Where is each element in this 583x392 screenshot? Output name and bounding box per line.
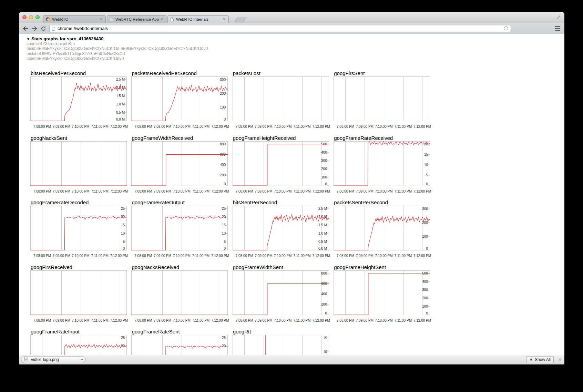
- x-axis-tick-label: 7:11:00 PM: [89, 319, 111, 322]
- x-axis-tick-label: 7:09:00 PM: [354, 254, 375, 258]
- x-axis-tick-label: 7:08:00 PM: [31, 254, 53, 258]
- tab-close-icon[interactable]: ×: [99, 17, 103, 21]
- window-titlebar[interactable]: WebRTC × WebRTC Reference App × WebRTC I…: [19, 12, 564, 23]
- x-axis-tick-label: 7:08:00 PM: [335, 125, 356, 128]
- chart-googFirsReceived: googFirsReceived7:08:00 PM7:09:00 PM7:10…: [30, 264, 131, 329]
- chart-title: googFrameRateSent: [132, 328, 232, 335]
- chart-title: googFirsReceived: [31, 264, 131, 270]
- y-axis-tick-label: 200: [422, 221, 428, 225]
- x-axis-tick-label: 7:09:00 PM: [253, 189, 274, 193]
- browser-toolbar: chrome://webrtc-internals: [19, 23, 564, 34]
- close-download-shelf-icon[interactable]: ✕: [558, 357, 562, 362]
- x-axis-tick-label: 7:12:00 PM: [108, 319, 130, 322]
- x-axis-tick-label: 7:08:00 PM: [234, 319, 255, 322]
- fullscreen-icon[interactable]: [556, 15, 561, 21]
- tab-close-icon[interactable]: ×: [160, 17, 164, 21]
- forward-button[interactable]: [31, 25, 38, 32]
- chart-googFrameHeightSent: googFrameHeightSent50040030020010007:08:…: [334, 264, 434, 329]
- x-axis-tick-label: 7:11:00 PM: [291, 189, 313, 193]
- collapse-arrow-icon[interactable]: ▼: [27, 37, 30, 41]
- chart-title: googFrameRateDecoded: [31, 199, 131, 206]
- minimize-window-icon[interactable]: [29, 15, 33, 19]
- y-axis-tick-label: 300: [321, 159, 327, 163]
- chrome-menu-icon[interactable]: [555, 26, 560, 31]
- y-axis-tick-label: 200: [321, 302, 327, 306]
- chart-plot: 3002001000: [131, 76, 228, 121]
- x-axis-tick-label: 7:11:00 PM: [291, 319, 313, 322]
- x-axis-tick-label: 7:10:00 PM: [171, 319, 192, 322]
- y-axis-tick-label: 300: [220, 78, 226, 82]
- chart-plot: 20151050: [334, 141, 430, 186]
- y-axis-tick-label: 200: [422, 296, 428, 300]
- chart-googFirsSent: googFirsSent7:08:00 PM7:09:00 PM7:10:00 …: [334, 70, 434, 135]
- x-axis-tick-label: 7:09:00 PM: [51, 254, 72, 258]
- y-axis-tick-label: 15: [323, 336, 327, 340]
- x-axis-tick-label: 7:12:00 PM: [310, 254, 332, 258]
- chart-title: googFrameWidthReceived: [132, 135, 232, 141]
- tab-title: WebRTC Internals: [176, 17, 222, 21]
- back-button[interactable]: [22, 25, 29, 32]
- show-all-downloads-button[interactable]: Show All: [526, 356, 554, 363]
- chart-title: googNacksSent: [31, 135, 131, 141]
- x-axis-tick-label: 7:09:00 PM: [51, 319, 72, 322]
- y-axis-tick-label: 0.5 M: [318, 240, 327, 244]
- y-axis-tick-label: 15: [222, 223, 226, 227]
- x-axis-labels: 7:08:00 PM7:09:00 PM7:10:00 PM7:11:00 PM…: [233, 189, 329, 194]
- chart-plot: [334, 76, 430, 121]
- y-axis-tick-label: 100: [422, 305, 428, 308]
- x-axis-tick-label: 7:11:00 PM: [392, 319, 414, 322]
- x-axis-tick-label: 7:08:00 PM: [31, 189, 53, 193]
- chart-plot: [233, 76, 329, 121]
- x-axis-tick-label: 7:10:00 PM: [373, 125, 395, 128]
- x-axis-tick-label: 7:12:00 PM: [209, 125, 231, 128]
- chart-plot: [30, 141, 127, 186]
- y-axis-tick-label: 0: [426, 247, 428, 250]
- x-axis-tick-label: 7:09:00 PM: [253, 254, 274, 258]
- chart-bitsReceivedPerSecond: bitsReceivedPerSecond2.5 M2.0 M1.5 M1.0 …: [30, 70, 131, 135]
- x-axis-labels: 7:08:00 PM7:09:00 PM7:10:00 PM7:11:00 PM…: [334, 125, 430, 130]
- reload-button[interactable]: [40, 25, 47, 32]
- show-all-label: Show All: [535, 357, 551, 362]
- x-axis-labels: 7:08:00 PM7:09:00 PM7:10:00 PM7:11:00 PM…: [131, 254, 228, 259]
- x-axis-tick-label: 7:11:00 PM: [392, 189, 414, 193]
- tab-webrtc-reference-app[interactable]: WebRTC Reference App ×: [107, 15, 166, 23]
- x-axis-labels: 7:08:00 PM7:09:00 PM7:10:00 PM7:11:00 PM…: [233, 319, 329, 323]
- download-dropdown-caret-icon[interactable]: ▾: [81, 358, 83, 361]
- x-axis-tick-label: 7:09:00 PM: [253, 319, 274, 322]
- x-axis-tick-label: 7:11:00 PM: [89, 125, 111, 128]
- chart-title: googFrameRateReceived: [334, 135, 434, 141]
- download-item-button[interactable]: vidtel_logo.png ▾: [21, 356, 86, 363]
- y-axis-tick-label: 800: [220, 142, 226, 146]
- y-axis-tick-label: 25: [222, 336, 226, 340]
- page-content: ▼Stats graphs for ssrc_4136526430 cname:…: [19, 34, 564, 355]
- x-axis-tick-label: 7:11:00 PM: [190, 189, 212, 193]
- chart-title: googFrameWidthSent: [233, 264, 334, 270]
- x-axis-tick-label: 7:08:00 PM: [133, 189, 154, 193]
- y-axis-tick-label: 400: [321, 150, 327, 154]
- url-text[interactable]: chrome://webrtc-internals: [58, 26, 503, 31]
- y-axis-tick-label: 2.5 M: [318, 207, 327, 210]
- chart-googFrameRateDecoded: googFrameRateDecoded25201510507:08:00 PM…: [30, 199, 131, 264]
- x-axis-tick-label: 7:08:00 PM: [234, 254, 255, 258]
- bookmark-star-icon[interactable]: [503, 25, 509, 32]
- x-axis-tick-label: 7:08:00 PM: [133, 254, 154, 258]
- chart-plot: [131, 270, 228, 315]
- y-axis-tick-label: 400: [422, 279, 428, 283]
- tab-webrtc[interactable]: WebRTC ×: [43, 15, 106, 23]
- zoom-window-icon[interactable]: [35, 15, 40, 19]
- url-bar[interactable]: chrome://webrtc-internals: [49, 25, 511, 32]
- stats-section-title[interactable]: ▼Stats graphs for ssrc_4136526430: [27, 36, 208, 41]
- x-axis-labels: 7:08:00 PM7:09:00 PM7:10:00 PM7:11:00 PM…: [334, 189, 430, 194]
- tab-webrtc-internals[interactable]: WebRTC Internals ×: [167, 15, 229, 23]
- chart-googRtt: googRtt15107:08:00 PM7:09:00 PM7:10:00 P…: [233, 328, 334, 355]
- x-axis-tick-label: 7:08:00 PM: [133, 125, 154, 128]
- chart-googFrameHeightReceived: googFrameHeightReceived50040030020010007…: [233, 135, 334, 199]
- chart-plot: 2.5 M2.0 M1.5 M1.0 M0.5 M0.0 M: [233, 206, 329, 250]
- tab-close-icon[interactable]: ×: [222, 17, 226, 21]
- x-axis-tick-label: 7:12:00 PM: [108, 254, 130, 258]
- x-axis-tick-label: 7:10:00 PM: [171, 125, 192, 128]
- x-axis-tick-label: 7:12:00 PM: [411, 319, 433, 322]
- x-axis-tick-label: 7:11:00 PM: [190, 319, 212, 322]
- close-window-icon[interactable]: [22, 15, 27, 19]
- new-tab-button[interactable]: [234, 18, 246, 22]
